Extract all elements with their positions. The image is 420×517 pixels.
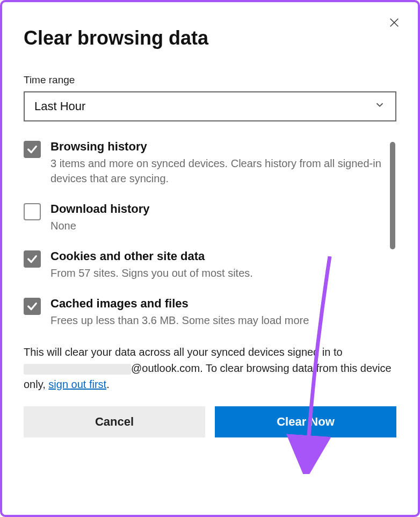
option-browsing-history: Browsing history 3 items and more on syn… — [24, 140, 381, 186]
option-title: Browsing history — [50, 140, 381, 154]
option-download-history: Download history None — [24, 202, 381, 233]
option-desc: 3 items and more on synced devices. Clea… — [50, 156, 381, 186]
redacted-email — [24, 364, 131, 375]
option-desc: None — [50, 218, 381, 233]
option-title: Cookies and other site data — [50, 249, 381, 263]
close-icon — [388, 17, 400, 28]
option-desc: From 57 sites. Signs you out of most sit… — [50, 265, 381, 281]
footer-text: This will clear your data across all you… — [24, 344, 396, 392]
checkbox-cached[interactable] — [24, 298, 41, 315]
dialog-title: Clear browsing data — [24, 27, 396, 49]
chevron-down-icon — [374, 99, 386, 114]
scrollbar[interactable] — [390, 142, 395, 249]
footer-suffix: . — [106, 378, 110, 390]
option-title: Download history — [50, 202, 381, 216]
checkbox-cookies[interactable] — [24, 250, 41, 268]
clear-now-button[interactable]: Clear Now — [215, 406, 396, 437]
dialog-frame: Clear browsing data Time range Last Hour… — [0, 0, 420, 517]
option-cached: Cached images and files Frees up less th… — [24, 297, 381, 328]
time-range-value: Last Hour — [34, 99, 85, 113]
option-desc: Frees up less than 3.6 MB. Some sites ma… — [50, 313, 381, 328]
option-title: Cached images and files — [50, 297, 381, 311]
cancel-button[interactable]: Cancel — [24, 406, 205, 437]
time-range-select[interactable]: Last Hour — [24, 91, 396, 121]
footer-pre: This will clear your data across all you… — [24, 346, 343, 358]
checkbox-browsing-history[interactable] — [24, 141, 41, 158]
option-cookies: Cookies and other site data From 57 site… — [24, 249, 381, 281]
options-list: Browsing history 3 items and more on syn… — [24, 140, 396, 328]
time-range-label: Time range — [24, 74, 396, 86]
checkbox-download-history[interactable] — [24, 203, 41, 220]
button-row: Cancel Clear Now — [24, 406, 396, 437]
sign-out-link[interactable]: sign out first — [48, 378, 106, 390]
close-button[interactable] — [386, 14, 403, 31]
